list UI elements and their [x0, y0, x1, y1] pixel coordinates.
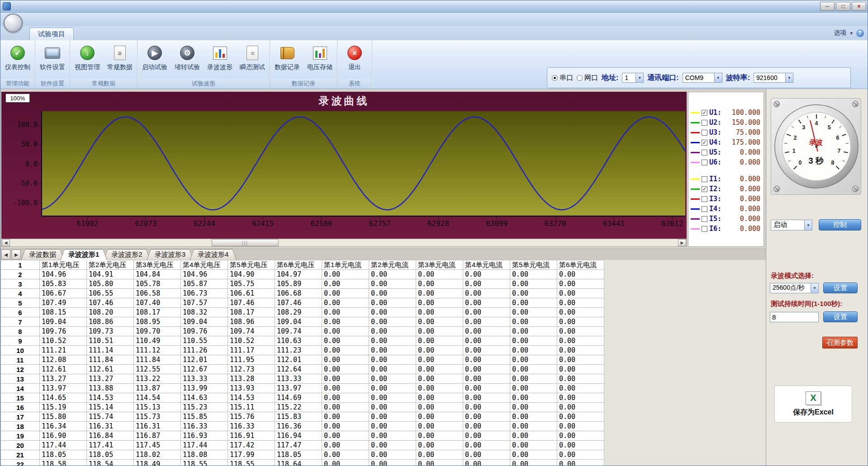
- cell[interactable]: 117.42: [228, 441, 275, 450]
- row-number-cell[interactable]: 20: [1, 441, 40, 450]
- cell[interactable]: 117.44: [40, 441, 87, 450]
- fetch-params-button[interactable]: 召测参数: [822, 337, 858, 348]
- cell[interactable]: 0.00: [416, 460, 463, 466]
- sheet-tab[interactable]: 录波波形4: [190, 249, 237, 260]
- row-number-cell[interactable]: 11: [1, 355, 40, 365]
- cell[interactable]: 0.00: [369, 450, 416, 460]
- channel-checkbox[interactable]: [702, 120, 707, 126]
- cell[interactable]: 0.00: [463, 365, 510, 374]
- row-number-cell[interactable]: 16: [1, 403, 40, 412]
- scrollbar-thumb[interactable]: |||: [212, 239, 279, 246]
- header-cell[interactable]: 第4单元电压: [181, 260, 228, 270]
- network-radio[interactable]: 网口: [577, 74, 598, 82]
- cell[interactable]: 107.57: [181, 298, 228, 308]
- cell[interactable]: 118.64: [275, 460, 322, 466]
- cell[interactable]: 107.46: [275, 298, 322, 308]
- ribbon-button[interactable]: ≡常规数据: [104, 42, 136, 72]
- cell[interactable]: 0.00: [322, 365, 369, 374]
- channel-checkbox[interactable]: [702, 160, 707, 165]
- row-number-cell[interactable]: 10: [1, 346, 40, 355]
- duration-input[interactable]: [770, 312, 819, 322]
- cell[interactable]: 108.29: [275, 308, 322, 317]
- cell[interactable]: 0.00: [510, 327, 557, 336]
- cell[interactable]: 0.00: [510, 450, 557, 460]
- cell[interactable]: 108.96: [228, 317, 275, 327]
- scroll-left-button[interactable]: ◀: [2, 239, 10, 246]
- address-select[interactable]: 1 ▾: [622, 73, 644, 83]
- cell[interactable]: 0.00: [416, 298, 463, 308]
- cell[interactable]: 106.67: [40, 289, 87, 298]
- cell[interactable]: 106.55: [87, 289, 134, 298]
- row-number-cell[interactable]: 18: [1, 422, 40, 431]
- cell[interactable]: 116.87: [134, 431, 181, 441]
- cell[interactable]: 110.52: [228, 336, 275, 346]
- cell[interactable]: 0.00: [369, 431, 416, 441]
- cell[interactable]: 104.90: [228, 270, 275, 279]
- cell[interactable]: 116.33: [228, 422, 275, 431]
- sheet-tab[interactable]: 录波波形2: [103, 249, 150, 260]
- cell[interactable]: 115.74: [87, 412, 134, 422]
- cell[interactable]: 0.00: [557, 355, 604, 365]
- cell[interactable]: 111.26: [181, 346, 228, 355]
- cell[interactable]: 0.00: [369, 412, 416, 422]
- channel-checkbox[interactable]: [702, 176, 707, 182]
- cell[interactable]: 0.00: [557, 441, 604, 450]
- cell[interactable]: 0.00: [369, 336, 416, 346]
- cell[interactable]: 0.00: [369, 279, 416, 289]
- cell[interactable]: 113.97: [40, 384, 87, 393]
- cell[interactable]: 0.00: [322, 317, 369, 327]
- cell[interactable]: 116.84: [87, 431, 134, 441]
- cell[interactable]: 115.11: [228, 403, 275, 412]
- row-number-cell[interactable]: 6: [1, 308, 40, 317]
- cell[interactable]: 0.00: [510, 289, 557, 298]
- row-number-cell[interactable]: 5: [1, 298, 40, 308]
- cell[interactable]: 108.17: [228, 308, 275, 317]
- cell[interactable]: 0.00: [369, 289, 416, 298]
- cell[interactable]: 0.00: [369, 308, 416, 317]
- cell[interactable]: 0.00: [463, 346, 510, 355]
- cell[interactable]: 0.00: [416, 336, 463, 346]
- cell[interactable]: 0.00: [510, 393, 557, 403]
- cell[interactable]: 115.14: [87, 403, 134, 412]
- cell[interactable]: 114.53: [228, 393, 275, 403]
- cell[interactable]: 112.73: [228, 365, 275, 374]
- cell[interactable]: 0.00: [463, 422, 510, 431]
- cell[interactable]: 110.63: [275, 336, 322, 346]
- cell[interactable]: 113.27: [87, 374, 134, 384]
- save-excel-button[interactable]: X 保存为Excel: [774, 386, 852, 423]
- cell[interactable]: 0.00: [322, 298, 369, 308]
- cell[interactable]: 0.00: [557, 289, 604, 298]
- header-cell[interactable]: 第5单元电压: [228, 260, 275, 270]
- plot-area[interactable]: [41, 111, 685, 217]
- cell[interactable]: 118.08: [181, 450, 228, 460]
- cell[interactable]: 116.31: [134, 422, 181, 431]
- cell[interactable]: 0.00: [369, 365, 416, 374]
- cell[interactable]: 0.00: [463, 355, 510, 365]
- channel-checkbox[interactable]: [702, 130, 707, 136]
- cell[interactable]: 105.78: [134, 279, 181, 289]
- minimize-button[interactable]: ─: [820, 2, 835, 11]
- cell[interactable]: 108.95: [134, 317, 181, 327]
- ribbon-button[interactable]: ✓仪表控制: [2, 42, 33, 72]
- cell[interactable]: 113.33: [275, 374, 322, 384]
- cell[interactable]: 0.00: [416, 355, 463, 365]
- cell[interactable]: 112.55: [134, 365, 181, 374]
- cell[interactable]: 108.17: [134, 308, 181, 317]
- cell[interactable]: 116.34: [40, 422, 87, 431]
- cell[interactable]: 0.00: [322, 346, 369, 355]
- cell[interactable]: 115.22: [275, 403, 322, 412]
- cell[interactable]: 104.96: [181, 270, 228, 279]
- row-number-cell[interactable]: 19: [1, 431, 40, 441]
- cell[interactable]: 106.61: [228, 289, 275, 298]
- cell[interactable]: 0.00: [510, 317, 557, 327]
- cell[interactable]: 0.00: [369, 270, 416, 279]
- cell[interactable]: 0.00: [510, 308, 557, 317]
- header-cell[interactable]: 第6单元电流: [557, 260, 604, 270]
- cell[interactable]: 0.00: [557, 279, 604, 289]
- channel-checkbox[interactable]: [702, 150, 707, 155]
- baud-rate-select[interactable]: 921600 ▾: [754, 73, 793, 83]
- header-cell[interactable]: 第2单元电流: [369, 260, 416, 270]
- cell[interactable]: 0.00: [510, 460, 557, 466]
- cell[interactable]: 0.00: [463, 374, 510, 384]
- cell[interactable]: 0.00: [557, 460, 604, 466]
